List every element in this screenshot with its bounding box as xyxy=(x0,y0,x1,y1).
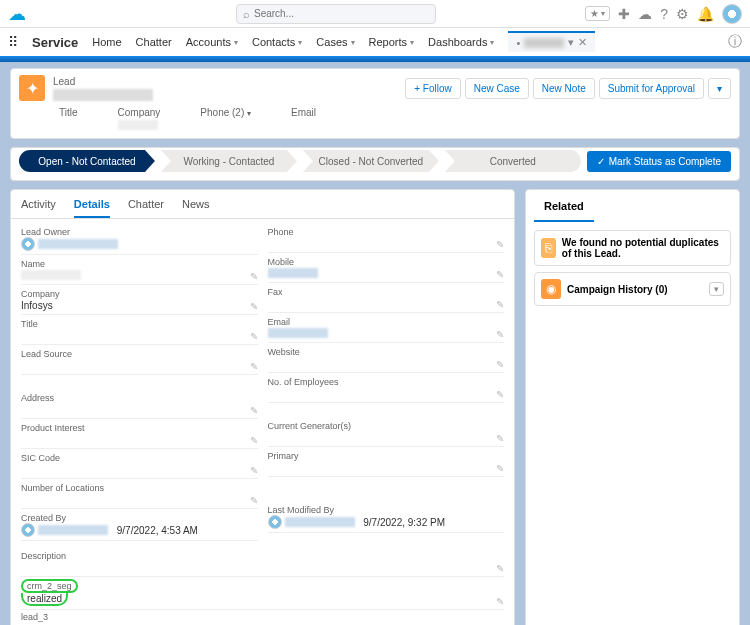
field-address: Address✎ xyxy=(21,391,258,419)
nav-chatter[interactable]: Chatter xyxy=(136,36,172,48)
info-icon[interactable]: ⓘ xyxy=(728,33,742,51)
path-stage-converted[interactable]: Converted xyxy=(445,150,581,172)
compact-phone-label[interactable]: Phone (2) ▾ xyxy=(200,107,251,118)
tab-news[interactable]: News xyxy=(182,198,210,218)
edit-icon[interactable]: ✎ xyxy=(496,269,504,280)
edit-icon[interactable]: ✎ xyxy=(496,463,504,474)
compact-email-label: Email xyxy=(291,107,316,118)
nav-accounts[interactable]: Accounts▾ xyxy=(186,36,238,48)
mark-complete-button[interactable]: ✓ Mark Status as Complete xyxy=(587,151,731,172)
help-icon[interactable]: ? xyxy=(660,6,668,22)
edit-icon[interactable]: ✎ xyxy=(496,329,504,340)
field-mobile: Mobile✎ xyxy=(268,255,505,283)
search-icon: ⌕ xyxy=(243,8,250,20)
field-product-interest: Product Interest✎ xyxy=(21,421,258,449)
nav-reports[interactable]: Reports▾ xyxy=(369,36,415,48)
nav-dashboards[interactable]: Dashboards▾ xyxy=(428,36,494,48)
submit-approval-button[interactable]: Submit for Approval xyxy=(599,78,704,99)
field-fax: Fax✎ xyxy=(268,285,505,313)
add-icon[interactable]: ✚ xyxy=(618,6,630,22)
field-crm-seg: crm_2_segrealized✎ xyxy=(21,577,504,610)
favorites-button[interactable]: ★▾ xyxy=(585,6,610,21)
edit-icon[interactable]: ✎ xyxy=(250,331,258,342)
field-phone: Phone✎ xyxy=(268,225,505,253)
edit-icon[interactable]: ✎ xyxy=(250,435,258,446)
edit-icon[interactable]: ✎ xyxy=(250,405,258,416)
record-type: Lead xyxy=(53,76,153,87)
compact-company-label: Company xyxy=(118,107,161,118)
close-icon[interactable]: ✕ xyxy=(578,36,587,49)
edit-icon[interactable]: ✎ xyxy=(496,563,504,574)
field-lead-owner: Lead Owner xyxy=(21,225,258,255)
edit-icon[interactable]: ✎ xyxy=(250,271,258,282)
edit-icon[interactable]: ✎ xyxy=(250,495,258,506)
field-sic: SIC Code✎ xyxy=(21,451,258,479)
edit-icon[interactable]: ✎ xyxy=(496,359,504,370)
field-website: Website✎ xyxy=(268,345,505,373)
chevron-down-icon[interactable]: ▾ xyxy=(709,282,724,296)
new-case-button[interactable]: New Case xyxy=(465,78,529,99)
follow-button[interactable]: + Follow xyxy=(405,78,461,99)
campaign-icon: ◉ xyxy=(541,279,561,299)
field-lead-source: Lead Source✎ xyxy=(21,347,258,375)
field-lead3: lead_3✎ xyxy=(21,610,504,625)
workspace-tab[interactable]: • ▾ ✕ xyxy=(508,31,595,53)
field-email: Email✎ xyxy=(268,315,505,343)
field-company: CompanyInfosys✎ xyxy=(21,287,258,315)
path-stage-closed[interactable]: Closed - Not Converted xyxy=(303,150,439,172)
app-name: Service xyxy=(32,35,78,50)
record-name xyxy=(53,89,153,101)
related-tab[interactable]: Related xyxy=(534,192,594,222)
lightning-icon[interactable]: ☁ xyxy=(638,6,652,22)
edit-icon[interactable]: ✎ xyxy=(250,465,258,476)
edit-icon[interactable]: ✎ xyxy=(496,433,504,444)
field-num-locations: Number of Locations✎ xyxy=(21,481,258,509)
related-campaign-history[interactable]: ◉ Campaign History (0) ▾ xyxy=(534,272,731,306)
related-duplicates[interactable]: ⎘ We found no potential duplicates of th… xyxy=(534,230,731,266)
tab-activity[interactable]: Activity xyxy=(21,198,56,218)
field-primary: Primary✎ xyxy=(268,449,505,477)
field-description: Description✎ xyxy=(21,549,504,577)
path-stage-open[interactable]: Open - Not Contacted xyxy=(19,150,155,172)
edit-icon[interactable]: ✎ xyxy=(496,239,504,250)
edit-icon[interactable]: ✎ xyxy=(250,301,258,312)
edit-icon[interactable]: ✎ xyxy=(250,361,258,372)
field-no-employees: No. of Employees✎ xyxy=(268,375,505,403)
field-title: Title✎ xyxy=(21,317,258,345)
tab-details[interactable]: Details xyxy=(74,198,110,218)
path-stage-working[interactable]: Working - Contacted xyxy=(161,150,297,172)
notification-icon[interactable]: 🔔 xyxy=(697,6,714,22)
nav-contacts[interactable]: Contacts▾ xyxy=(252,36,302,48)
more-actions-button[interactable]: ▾ xyxy=(708,78,731,99)
tab-chatter[interactable]: Chatter xyxy=(128,198,164,218)
field-created-by: Created By 9/7/2022, 4:53 AM xyxy=(21,511,258,541)
search-input[interactable] xyxy=(254,8,429,19)
salesforce-logo: ☁ xyxy=(8,3,26,25)
nav-home[interactable]: Home xyxy=(92,36,121,48)
duplicate-icon: ⎘ xyxy=(541,238,556,258)
field-current-gen: Current Generator(s)✎ xyxy=(268,419,505,447)
edit-icon[interactable]: ✎ xyxy=(496,389,504,400)
edit-icon[interactable]: ✎ xyxy=(496,299,504,310)
edit-icon[interactable]: ✎ xyxy=(496,596,504,607)
lead-icon: ✦ xyxy=(19,75,45,101)
global-search[interactable]: ⌕ xyxy=(236,4,436,24)
setup-icon[interactable]: ⚙ xyxy=(676,6,689,22)
compact-title-label: Title xyxy=(59,107,78,118)
nav-cases[interactable]: Cases▾ xyxy=(316,36,354,48)
field-name: Name✎ xyxy=(21,257,258,285)
new-note-button[interactable]: New Note xyxy=(533,78,595,99)
user-avatar[interactable] xyxy=(722,4,742,24)
app-launcher-icon[interactable]: ⠿ xyxy=(8,34,18,50)
field-last-modified: Last Modified By 9/7/2022, 9:32 PM xyxy=(268,503,505,533)
